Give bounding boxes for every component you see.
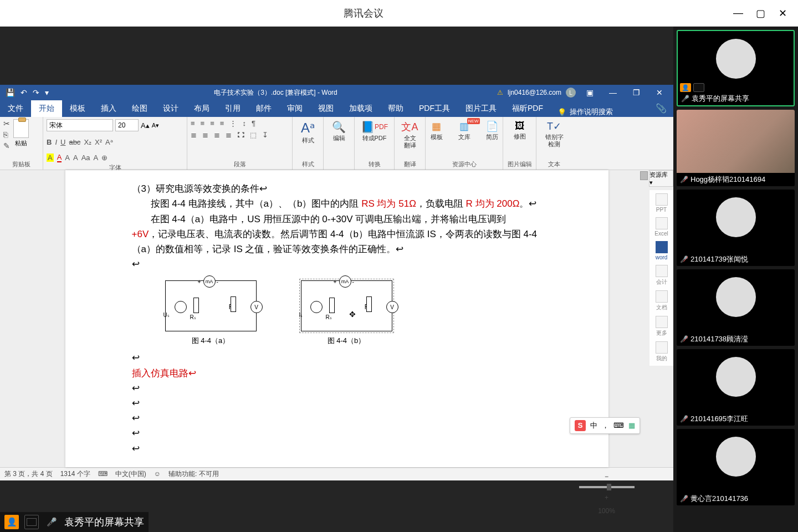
tab-design[interactable]: 设计 [155,100,186,117]
tab-help[interactable]: 帮助 [380,100,411,117]
align-right-button[interactable]: ≣ [214,131,220,139]
participant-tile-0[interactable]: 👤 🎤袁秀平的屏幕共享 [677,30,795,106]
side-docs[interactable]: 文档 [654,290,669,311]
bold-button[interactable]: B [47,138,52,146]
qat-undo-icon[interactable]: ↶ [21,88,27,97]
font-family-select[interactable]: 宋体 [47,119,113,131]
decrease-indent-button[interactable]: ≡ [220,119,224,127]
superscript-button[interactable]: X² [95,138,102,146]
clear-format-button[interactable]: A [94,154,99,162]
vertical-scrollbar[interactable] [639,170,649,467]
presenter-screen-icon[interactable] [24,515,39,529]
zoom-slider[interactable] [579,486,635,488]
side-ppt[interactable]: PPT [654,193,669,213]
paste-button[interactable]: 粘贴 [13,119,29,147]
share-icon[interactable]: 📎 [649,100,673,117]
library-button[interactable]: NEW ▥ 文库 [451,119,478,142]
tab-image-tools[interactable]: 图片工具 [458,100,504,117]
align-left-button[interactable]: ≣ [191,131,197,139]
resume-button[interactable]: 📄 简历 [479,119,505,142]
tab-mailings[interactable]: 邮件 [248,100,279,117]
tab-draw[interactable]: 绘图 [124,100,155,117]
format-painter-icon[interactable]: ✎ [3,141,10,150]
presenter-user-icon[interactable]: 👤 [4,515,19,529]
ime-punct-toggle[interactable]: ， [602,421,609,431]
maximize-button[interactable]: ▢ [749,2,771,24]
enclose-char-button[interactable]: A [73,154,78,162]
ime-grid-icon[interactable]: ▦ [628,421,635,429]
resource-panel-toggle[interactable]: 资源库 ▾ [649,170,673,187]
status-accessibility[interactable]: 辅助功能: 不可用 [168,469,219,479]
qat-redo-icon[interactable]: ↷ [33,88,39,97]
tab-references[interactable]: 引用 [217,100,248,117]
participant-tile-5[interactable]: 🎤̸黄心言210141736 [677,429,795,505]
tab-insert[interactable]: 插入 [93,100,124,117]
phonetic-guide-button[interactable]: ⊕ [101,154,108,162]
fulltext-translate-button[interactable]: 文A 全文 翻译 [397,119,423,150]
ribbon-display-options-icon[interactable]: ▣ [580,88,599,97]
zoom-out-button[interactable]: − [605,473,608,480]
convert-pdf-button[interactable]: 📘PDF 转成PDF [358,119,391,143]
side-accounting[interactable]: 会计 [654,265,669,286]
numbering-button[interactable]: ≡ [201,119,205,127]
side-more[interactable]: 更多 [654,316,669,337]
tab-layout[interactable]: 布局 [186,100,217,117]
tab-home[interactable]: 开始 [31,100,62,117]
increase-font-icon[interactable]: A▴ [141,121,150,130]
ime-toolbar[interactable]: S 中 ， ⌨ ▦ [570,417,640,434]
status-keyboard-icon[interactable]: ⌨ [98,470,108,478]
borders-button[interactable]: ⬚ [250,131,257,139]
decrease-font-icon[interactable]: A▾ [152,122,159,129]
tab-addins[interactable]: 加载项 [341,100,380,117]
qat-save-icon[interactable]: 💾 [6,88,15,97]
word-restore-button[interactable]: ❐ [627,88,646,97]
editing-button[interactable]: 🔍 编辑 [326,119,352,143]
tab-foxit-pdf[interactable]: 福昕PDF [504,100,551,117]
participant-tile-1[interactable]: 🎤̸Hogg杨梓韬210141694 [677,110,795,186]
status-words[interactable]: 1314 个字 [60,469,90,479]
increase-indent-button[interactable]: ⋮ [229,119,237,127]
text-effects-button[interactable]: Aᵃ [105,138,113,146]
word-minimize-button[interactable]: — [603,88,622,97]
figure-4-4-b[interactable]: mA +- Iₛ Rₛ V ✥ 图 4-4（b） [301,280,392,346]
char-shading-button[interactable]: A [65,154,70,162]
ime-keyboard-icon[interactable]: ⌨ [613,421,624,429]
strikethrough-button[interactable]: abc [69,138,80,146]
font-color-button[interactable]: A [57,153,62,162]
italic-button[interactable]: I [55,138,57,146]
align-center-button[interactable]: ≣ [202,131,208,139]
side-excel[interactable]: Excel [654,217,669,237]
tab-pdf-tools[interactable]: PDF工具 [411,100,458,117]
word-close-button[interactable]: ✕ [650,88,669,97]
tab-file[interactable]: 文件 [0,100,31,117]
tab-view[interactable]: 视图 [310,100,341,117]
side-word[interactable]: word [654,241,669,260]
account-warning-icon[interactable]: ⚠ [497,89,503,96]
typo-detect-button[interactable]: T✓ 错别字 检测 [541,119,567,149]
zoom-pct[interactable]: 100% [598,507,615,515]
status-language[interactable]: 中文(中国) [115,469,146,479]
document-canvas[interactable]: （3）研究电源等效变换的条件↩ 按图 4-4 电路接线，其中（a）、（b）图中的… [0,170,673,467]
font-size-select[interactable]: 20 [115,119,139,131]
styles-button[interactable]: Aᵃ 样式 [295,119,321,145]
tab-template[interactable]: 模板 [62,100,93,117]
bullets-button[interactable]: ≡ [191,119,195,127]
presenter-mic-icon[interactable]: 🎤 [44,515,59,529]
close-button[interactable]: ✕ [771,2,794,24]
tab-review[interactable]: 审阅 [279,100,310,117]
underline-button[interactable]: U [60,138,65,146]
template-button[interactable]: ▦ 模板 [423,119,450,142]
justify-button[interactable]: ≣ [226,131,232,139]
minimize-button[interactable]: — [727,2,749,24]
copy-icon[interactable]: ⎘ [3,130,10,139]
sogou-logo-icon[interactable]: S [575,420,586,431]
subscript-button[interactable]: X₂ [84,138,91,146]
multilevel-list-button[interactable]: ≡ [210,119,214,127]
line-spacing-button[interactable]: ↕ [242,119,246,127]
tell-me-search[interactable]: 💡 操作说明搜索 [557,107,613,117]
shading-button[interactable]: ⛚ [237,131,244,139]
highlight-button[interactable]: A [47,154,54,162]
participant-tile-3[interactable]: 🎤̸210141738顾清滢 [677,269,795,346]
side-mine[interactable]: 我的 [654,341,669,362]
show-marks-button[interactable]: ¶ [252,119,255,127]
